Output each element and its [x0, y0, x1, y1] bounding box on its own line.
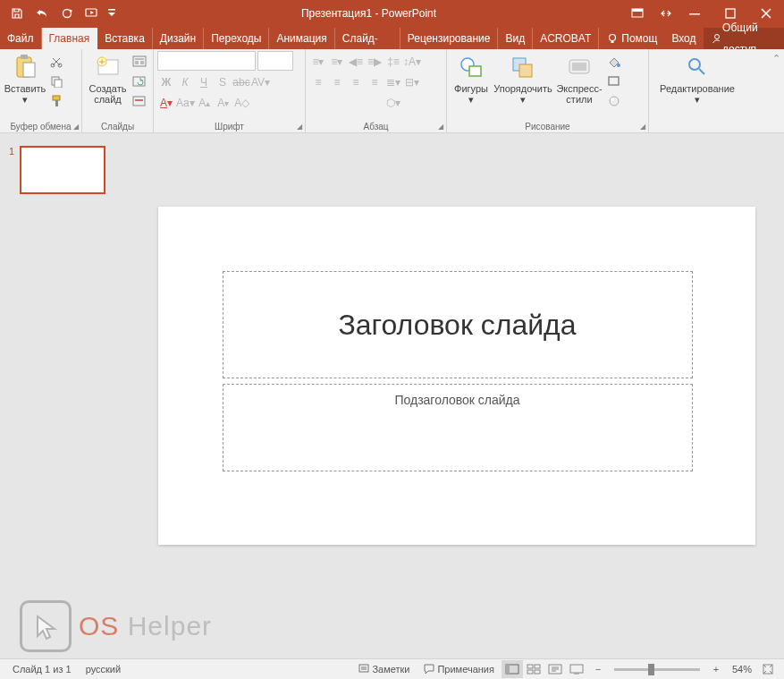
- drawing-dialog-launcher[interactable]: ◢: [640, 123, 645, 131]
- signin-button[interactable]: Вход: [664, 28, 703, 49]
- font-dialog-launcher[interactable]: ◢: [297, 123, 302, 131]
- tell-me-search[interactable]: Помощ: [599, 28, 664, 49]
- bold-button[interactable]: Ж: [157, 73, 175, 91]
- svg-rect-8: [611, 41, 614, 43]
- reset-slide-button[interactable]: [130, 72, 149, 90]
- shapes-button[interactable]: Фигуры▾: [451, 51, 492, 110]
- svg-rect-24: [140, 61, 144, 64]
- zoom-in-button[interactable]: +: [705, 660, 727, 678]
- italic-button[interactable]: К: [176, 73, 194, 91]
- align-left-button[interactable]: ≡: [309, 73, 327, 91]
- character-spacing-button[interactable]: AV▾: [251, 73, 270, 91]
- align-text-button[interactable]: ⊟▾: [403, 73, 421, 91]
- tab-transitions[interactable]: Переходы: [204, 28, 269, 49]
- svg-point-9: [714, 35, 719, 39]
- redo-button[interactable]: [55, 2, 79, 25]
- shape-outline-button[interactable]: [604, 72, 624, 90]
- fit-to-window-button[interactable]: [757, 660, 779, 678]
- qat-customize-button[interactable]: [105, 2, 118, 25]
- section-icon: [132, 95, 147, 107]
- bullets-button[interactable]: ≡▾: [309, 53, 327, 71]
- copy-button[interactable]: [46, 72, 66, 90]
- cut-button[interactable]: [46, 53, 66, 71]
- grow-font-button[interactable]: A▴: [196, 94, 214, 112]
- title-placeholder[interactable]: Заголовок слайда: [223, 271, 693, 378]
- minimize-button[interactable]: [677, 0, 712, 27]
- new-slide-icon: [94, 53, 122, 81]
- help-button[interactable]: [655, 0, 677, 27]
- slide-count[interactable]: Слайд 1 из 1: [5, 659, 79, 679]
- change-case-button[interactable]: Aa▾: [176, 94, 195, 112]
- tab-file[interactable]: Файл: [0, 28, 42, 49]
- align-right-button[interactable]: ≡: [347, 73, 365, 91]
- format-painter-button[interactable]: [46, 92, 66, 110]
- section-button[interactable]: [130, 92, 149, 110]
- slide[interactable]: Заголовок слайда Подзаголовок слайда: [158, 207, 755, 545]
- strikethrough-button[interactable]: abc: [232, 73, 250, 91]
- tab-slideshow[interactable]: Слайд-шоу: [335, 28, 400, 49]
- slide-canvas-area[interactable]: Заголовок слайда Подзаголовок слайда: [129, 133, 784, 658]
- thumbnail-number: 1: [9, 146, 14, 194]
- align-center-button[interactable]: ≡: [328, 73, 346, 91]
- slide-sorter-view-button[interactable]: [523, 660, 544, 678]
- comments-button[interactable]: Примечания: [417, 659, 502, 679]
- quick-styles-button[interactable]: Экспресс- стили: [554, 51, 604, 110]
- start-from-beginning-button[interactable]: [80, 2, 104, 25]
- tab-insert[interactable]: Вставка: [97, 28, 153, 49]
- clipboard-dialog-launcher[interactable]: ◢: [73, 123, 79, 131]
- text-direction-button[interactable]: ↕A▾: [403, 53, 421, 71]
- columns-button[interactable]: ≣▾: [384, 73, 402, 91]
- ribbon-display-options-button[interactable]: [620, 0, 655, 27]
- svg-point-0: [63, 10, 72, 18]
- svg-rect-11: [21, 55, 28, 59]
- clear-formatting-button[interactable]: A◇: [233, 94, 251, 112]
- shrink-font-button[interactable]: A▾: [215, 94, 232, 112]
- undo-button[interactable]: [30, 2, 54, 25]
- slideshow-view-button[interactable]: [566, 660, 587, 678]
- convert-smartart-button[interactable]: ⬡▾: [384, 94, 402, 112]
- font-size-input[interactable]: [257, 51, 293, 71]
- numbering-button[interactable]: ≡▾: [328, 53, 346, 71]
- zoom-level[interactable]: 54%: [727, 659, 757, 679]
- svg-rect-35: [609, 77, 619, 85]
- arrange-button[interactable]: Упорядочить▾: [492, 51, 554, 110]
- tab-view[interactable]: Вид: [498, 28, 533, 49]
- line-spacing-button[interactable]: ‡≡: [384, 53, 402, 71]
- underline-button[interactable]: Ч: [195, 73, 213, 91]
- window-title: Презентация1 - PowerPoint: [118, 7, 620, 20]
- tab-home[interactable]: Главная: [42, 28, 98, 49]
- share-button[interactable]: Общий доступ: [704, 28, 784, 49]
- zoom-out-button[interactable]: −: [587, 660, 609, 678]
- justify-button[interactable]: ≡: [366, 73, 384, 91]
- zoom-slider-thumb[interactable]: [648, 664, 654, 675]
- shape-fill-button[interactable]: [604, 53, 624, 71]
- slide-layout-button[interactable]: [130, 53, 149, 71]
- paragraph-dialog-launcher[interactable]: ◢: [438, 123, 443, 131]
- decrease-indent-button[interactable]: ◀≡: [347, 53, 365, 71]
- tab-design[interactable]: Дизайн: [153, 28, 204, 49]
- shadow-button[interactable]: S: [214, 73, 232, 91]
- tab-animations[interactable]: Анимация: [269, 28, 334, 49]
- font-name-input[interactable]: [157, 51, 256, 71]
- normal-view-button[interactable]: [502, 660, 523, 678]
- paste-button[interactable]: Вставить▾: [4, 51, 46, 110]
- subtitle-placeholder[interactable]: Подзаголовок слайда: [223, 384, 693, 471]
- notes-button[interactable]: Заметки: [351, 659, 417, 679]
- tab-review[interactable]: Рецензирование: [400, 28, 499, 49]
- quick-access-toolbar: [0, 2, 118, 25]
- language-button[interactable]: русский: [79, 659, 128, 679]
- new-slide-button[interactable]: Создать слайд: [86, 51, 130, 110]
- effects-icon: [607, 95, 621, 107]
- copy-icon: [50, 75, 63, 88]
- reading-view-button[interactable]: [544, 660, 566, 678]
- increase-indent-button[interactable]: ≡▶: [366, 53, 384, 71]
- zoom-slider[interactable]: [614, 668, 700, 671]
- tab-acrobat[interactable]: ACROBAT: [533, 28, 599, 49]
- slide-thumbnail-1[interactable]: [20, 146, 105, 194]
- save-button[interactable]: [5, 2, 29, 25]
- font-color-button[interactable]: A▾: [157, 94, 175, 112]
- shape-effects-button[interactable]: [604, 92, 624, 110]
- share-icon: [711, 32, 721, 45]
- editing-button[interactable]: Редактирование▾: [653, 51, 742, 105]
- collapse-ribbon-button[interactable]: ⌃: [772, 53, 780, 64]
